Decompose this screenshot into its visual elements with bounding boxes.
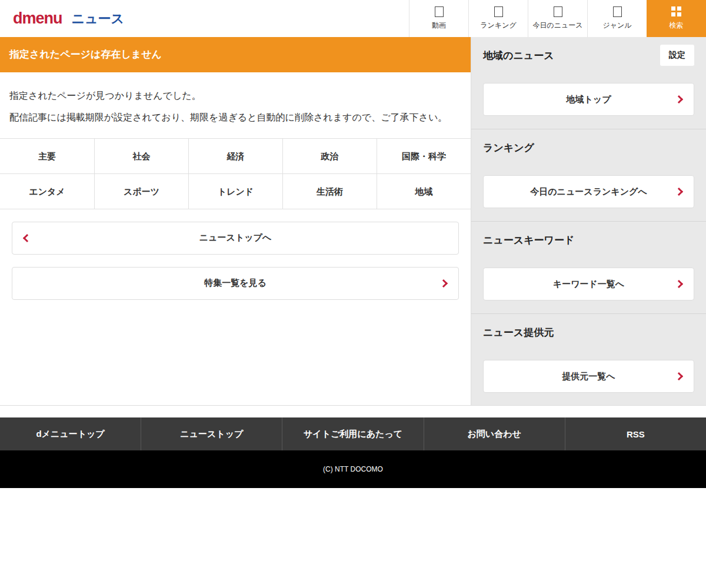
today-news-icon	[554, 6, 562, 17]
provider-list-label: 提供元一覧へ	[562, 371, 615, 382]
copyright: (C) NTT DOCOMO	[0, 450, 706, 488]
chevron-right-icon	[439, 279, 448, 288]
error-line-1: 指定されたページが見つかりませんでした。	[9, 85, 461, 107]
sidebar-heading-providers: ニュース提供元	[483, 326, 554, 339]
keyword-list-card[interactable]: キーワード一覧へ	[483, 268, 694, 300]
footer-link-rss[interactable]: RSS	[565, 417, 706, 450]
sidebar-heading-keywords: ニュースキーワード	[483, 233, 574, 247]
sidebar-section-keywords: ニュースキーワード キーワード一覧へ	[471, 221, 706, 300]
footer-link-news-top[interactable]: ニューストップ	[141, 417, 282, 450]
nav-label: 今日のニュース	[532, 21, 582, 31]
category-sports[interactable]: スポーツ	[94, 174, 188, 209]
chevron-right-icon	[675, 280, 683, 288]
nav-item-today-news[interactable]: 今日のニュース	[528, 0, 587, 37]
chevron-right-icon	[675, 95, 683, 103]
error-line-2: 配信記事には掲載期限が設定されており、期限を過ぎると自動的に削除されますので、ご…	[9, 107, 461, 129]
nav-item-search[interactable]: 検索	[647, 0, 706, 37]
content-row: 指定されたページは存在しません 指定されたページが見つかりませんでした。 配信記…	[0, 37, 706, 406]
nav-label: 検索	[670, 21, 684, 31]
sidebar-heading-ranking: ランキング	[483, 141, 534, 155]
main-column: 指定されたページは存在しません 指定されたページが見つかりませんでした。 配信記…	[0, 37, 471, 405]
video-icon	[435, 6, 444, 17]
category-lifestyle[interactable]: 生活術	[282, 174, 377, 209]
header: dmenu ニュース 動画 ランキング 今日のニュース ジャンル 検索	[0, 0, 706, 37]
sidebar: 地域のニュース 設定 地域トップ ランキング 今日のニュースランキングへ ニュー…	[471, 37, 706, 405]
chevron-left-icon	[23, 234, 31, 242]
category-international-science[interactable]: 国際・科学	[377, 139, 471, 174]
sidebar-section-header: ニュースキーワード	[471, 222, 706, 258]
footer-link-site-usage[interactable]: サイトご利用にあたって	[282, 417, 423, 450]
sidebar-section-header: 地域のニュース 設定	[471, 37, 706, 74]
ranking-icon	[494, 6, 503, 17]
nav-label: ジャンル	[602, 21, 631, 31]
sidebar-heading-region-news: 地域のニュース	[483, 49, 554, 62]
category-entertainment[interactable]: エンタメ	[0, 174, 94, 209]
chevron-right-icon	[675, 372, 683, 380]
chevron-right-icon	[675, 188, 683, 196]
genre-icon	[613, 6, 622, 17]
nav-item-ranking[interactable]: ランキング	[468, 0, 528, 37]
region-top-card[interactable]: 地域トップ	[483, 83, 694, 116]
category-grid: 主要 社会 経済 政治 国際・科学 エンタメ スポーツ トレンド 生活術 地域	[0, 138, 471, 209]
sidebar-section-header: ニュース提供元	[471, 314, 706, 350]
news-top-button-label: ニューストップへ	[199, 232, 271, 243]
logo[interactable]: dmenu ニュース	[0, 0, 124, 37]
dmenu-logo[interactable]: dmenu	[13, 9, 62, 28]
news-top-button[interactable]: ニューストップへ	[12, 222, 459, 255]
nav-label: 動画	[432, 21, 446, 31]
feature-list-button-label: 特集一覧を見る	[204, 278, 267, 289]
sidebar-section-header: ランキング	[471, 129, 706, 166]
category-region[interactable]: 地域	[377, 174, 471, 209]
service-name[interactable]: ニュース	[72, 10, 125, 28]
category-politics[interactable]: 政治	[282, 139, 377, 174]
today-ranking-card[interactable]: 今日のニュースランキングへ	[483, 175, 694, 208]
nav-item-genre[interactable]: ジャンル	[587, 0, 647, 37]
footer-nav: dメニュートップ ニューストップ サイトご利用にあたって お問い合わせ RSS	[0, 417, 706, 450]
search-icon	[671, 6, 681, 16]
footer-link-dmenu-top[interactable]: dメニュートップ	[0, 417, 141, 450]
nav-item-video[interactable]: 動画	[409, 0, 468, 37]
sidebar-section-ranking: ランキング 今日のニュースランキングへ	[471, 129, 706, 208]
settings-button[interactable]: 設定	[660, 45, 694, 66]
category-society[interactable]: 社会	[94, 139, 188, 174]
feature-list-button[interactable]: 特集一覧を見る	[12, 267, 459, 300]
sidebar-section-region-news: 地域のニュース 設定 地域トップ	[471, 37, 706, 116]
category-trend[interactable]: トレンド	[188, 174, 282, 209]
footer-link-contact[interactable]: お問い合わせ	[424, 417, 565, 450]
today-ranking-label: 今日のニュースランキングへ	[530, 186, 647, 198]
category-economy[interactable]: 経済	[188, 139, 282, 174]
error-message: 指定されたページが見つかりませんでした。 配信記事には掲載期限が設定されており、…	[0, 72, 471, 135]
keyword-list-label: キーワード一覧へ	[553, 279, 624, 290]
nav-label: ランキング	[480, 21, 516, 31]
header-nav: 動画 ランキング 今日のニュース ジャンル 検索	[409, 0, 706, 37]
sidebar-section-providers: ニュース提供元 提供元一覧へ	[471, 313, 706, 393]
category-main[interactable]: 主要	[0, 139, 94, 174]
provider-list-card[interactable]: 提供元一覧へ	[483, 360, 694, 393]
region-top-label: 地域トップ	[566, 94, 611, 105]
error-banner: 指定されたページは存在しません	[0, 37, 471, 72]
